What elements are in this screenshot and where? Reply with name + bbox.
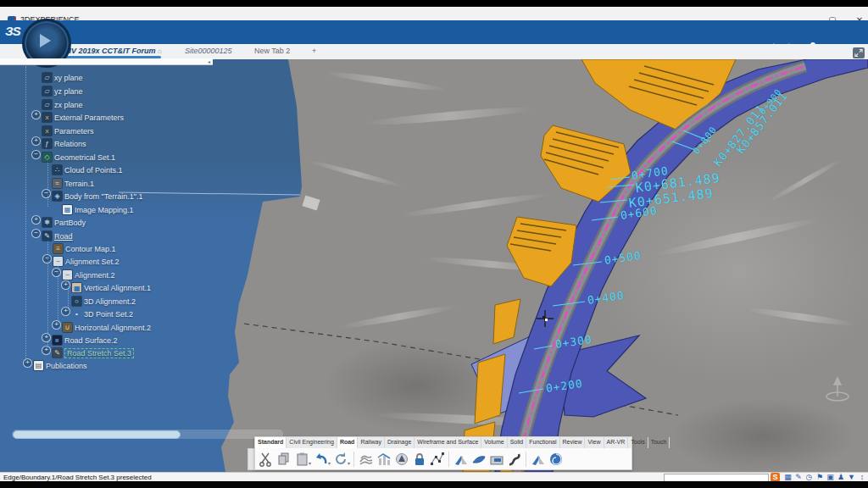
tree-item-yz-plane[interactable]: ▱yz plane — [42, 83, 83, 94]
tree-item-terrain-1[interactable]: ≈Terrain.1 — [53, 175, 94, 186]
tree-item-alignment-2[interactable]: −~Alignment.2 — [63, 267, 115, 278]
tree-item-partbody[interactable]: +✱PartBody — [42, 214, 86, 225]
toolbar-tab-solid[interactable]: Solid — [508, 437, 527, 448]
tree-item-label: zx plane — [54, 101, 83, 109]
collapse-icon[interactable]: − — [31, 229, 41, 238]
profile-chart-icon[interactable] — [375, 451, 392, 469]
tree-item-body-from-terrain-1-1[interactable]: −◈Body from "Terrain.1".1 — [53, 188, 142, 199]
tree-item-label: Image Mapping.1 — [75, 206, 134, 214]
geometrical-set-icon: ◇ — [42, 152, 52, 162]
new-tab-button[interactable]: + — [312, 47, 316, 55]
toolbar-tab-standard[interactable]: Standard — [255, 437, 287, 448]
road-surface-tool-icon[interactable] — [470, 451, 487, 469]
road-section-icon[interactable] — [452, 451, 470, 469]
tree-item-geometrical-set-1[interactable]: −◇Geometrical Set.1 — [42, 149, 115, 160]
tree-item-horizontal-alignment-2[interactable]: +∪Horizontal Alignment.2 — [63, 319, 151, 330]
lock-icon[interactable] — [410, 451, 428, 469]
tree-hscrollbar[interactable]: ◂ — [0, 58, 213, 65]
tree-item-3d-alignment-2[interactable]: ○3D Alignment.2 — [72, 293, 136, 304]
toolbar-tab-touch[interactable]: Touch — [648, 437, 670, 448]
copy-icon[interactable] — [275, 451, 292, 469]
tree-item-publications[interactable]: +▤Publications — [34, 358, 87, 369]
tree-connector — [25, 66, 26, 363]
tree-item-road[interactable]: −✎Road — [42, 228, 73, 239]
tree-item-3d-point-set-2[interactable]: +•3D Point Set.2 — [72, 306, 133, 317]
toolbar-tab-drainage[interactable]: Drainage — [385, 437, 415, 448]
tree-item-parameters[interactable]: xParameters — [42, 123, 94, 134]
tree-item-contour-map-1[interactable]: ≡Contour Map.1 — [53, 241, 116, 252]
undo-icon[interactable] — [312, 451, 330, 469]
tree-item-label: Body from "Terrain.1".1 — [64, 192, 142, 201]
collapse-icon[interactable]: − — [42, 189, 51, 198]
paste-icon[interactable] — [292, 451, 310, 469]
toolbar-tab-functional[interactable]: Functional — [526, 437, 559, 448]
tree-item-road-stretch-set-3[interactable]: +✎Road Stretch Set.3 — [53, 345, 134, 356]
collapse-icon[interactable]: − — [52, 268, 61, 277]
toolbar-tab-civil-engineering[interactable]: Civil Engineering — [287, 437, 337, 448]
3d-sphere-icon[interactable] — [392, 451, 410, 469]
tree-item-cloud-of-points-1[interactable]: ∴Cloud of Points.1 — [53, 162, 123, 173]
toolbar-tab-volume[interactable]: Volume — [481, 437, 507, 448]
view-compass-ghost[interactable] — [821, 371, 854, 408]
tab-new-tab-2[interactable]: New Tab 2 — [254, 47, 290, 55]
dropdown-caret-icon[interactable]: ▾ — [328, 460, 331, 466]
toolbar-separator — [526, 452, 526, 467]
body-icon: ◈ — [53, 191, 62, 201]
plane-icon: ▱ — [42, 73, 52, 82]
tree-item-relations[interactable]: +ƒRelations — [42, 136, 86, 147]
expand-icon[interactable]: + — [31, 136, 41, 146]
swirl-surface-icon[interactable] — [547, 451, 565, 469]
tree-item-alignment-set-2[interactable]: −~Alignment Set.2 — [53, 253, 120, 264]
terrain-tool-icon[interactable] — [357, 451, 375, 469]
terrain-boundary-dashed-line — [244, 324, 519, 366]
toolbar-tab-wireframe-and-surface[interactable]: Wireframe and Surface — [415, 437, 481, 448]
update-icon[interactable] — [331, 451, 349, 469]
3d-point-set-icon: • — [72, 309, 81, 319]
plane-icon: ▱ — [42, 100, 52, 109]
expand-icon[interactable]: + — [61, 280, 70, 290]
collapse-icon[interactable]: − — [42, 254, 52, 263]
tree-item-road-surface-2[interactable]: +■Road Surface.2 — [53, 332, 118, 343]
cut-icon[interactable] — [257, 451, 275, 469]
dropdown-caret-icon[interactable]: ▾ — [348, 460, 350, 466]
collapse-icon[interactable]: − — [31, 150, 41, 159]
toolbar-tab-road[interactable]: Road — [337, 437, 359, 448]
contour-map-icon: ≡ — [53, 244, 63, 253]
expand-icon[interactable]: + — [61, 307, 70, 316]
3d-alignment-icon: ○ — [72, 297, 81, 306]
dropdown-caret-icon[interactable]: ▾ — [309, 460, 311, 466]
tree-item-external-parameters[interactable]: +xExternal Parameters — [42, 109, 124, 120]
app-header: ЗS 3DEXPERIENCE | CATIA Civil Engineerin… — [0, 20, 868, 44]
point-set-tool-icon[interactable] — [428, 451, 446, 469]
tab-site[interactable]: Site00000125 — [185, 47, 232, 55]
tab-civ-forum[interactable]: CIV 2019x CCT&IT Forum ⌂ — [64, 47, 162, 55]
expand-icon[interactable]: + — [23, 358, 32, 368]
expand-icon[interactable]: + — [31, 110, 41, 119]
toolbar-tab-ar-vr[interactable]: AR-VR — [604, 437, 629, 448]
mail-export-icon[interactable] — [487, 451, 505, 469]
tree-item-image-mapping-1[interactable]: ▦Image Mapping.1 — [63, 202, 134, 213]
road-section-2-icon[interactable] — [529, 451, 547, 469]
expand-icon[interactable]: + — [42, 346, 51, 355]
scroll-left-arrow[interactable]: ◂ — [208, 58, 210, 64]
toolbar-tab-tools[interactable]: Tools — [628, 437, 648, 448]
toolbar-tab-view[interactable]: View — [585, 437, 604, 448]
tree-item-xy-plane[interactable]: ▱xy plane — [42, 69, 83, 80]
action-bar-tabs: StandardCivil EngineeringRoadRailwayDrai… — [255, 437, 632, 448]
tree-item-label: yz plane — [54, 87, 83, 96]
expand-viewport-icon[interactable] — [853, 47, 865, 58]
tree-scrollbar-track[interactable] — [12, 430, 283, 439]
tree-scrollbar-thumb[interactable] — [13, 430, 181, 439]
toolbar-tab-railway[interactable]: Railway — [358, 437, 385, 448]
tree-item-label: Road Surface.2 — [64, 336, 118, 345]
3d-viewport[interactable]: ▱xy plane▱yz plane▱zx plane+xExternal Pa… — [0, 59, 868, 472]
expand-icon[interactable]: + — [31, 215, 41, 225]
expand-icon[interactable]: + — [52, 320, 61, 330]
s-curve-icon[interactable] — [505, 451, 523, 469]
toolbar-tab-review[interactable]: Review — [560, 437, 586, 448]
toolbar-separator — [448, 452, 449, 467]
tree-item-vertical-alignment-1[interactable]: +▅Vertical Alignment.1 — [72, 280, 151, 291]
tree-item-zx-plane[interactable]: ▱zx plane — [42, 97, 83, 108]
tree-item-label: Parameters — [54, 127, 94, 136]
expand-icon[interactable]: + — [42, 333, 51, 342]
